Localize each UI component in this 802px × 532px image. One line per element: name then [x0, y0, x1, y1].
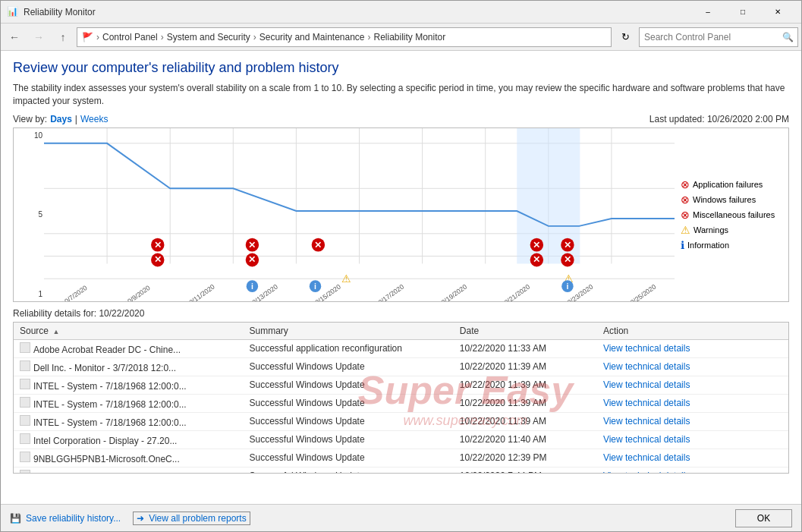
th-source[interactable]: Source ▲	[14, 323, 244, 340]
cell-summary: Successful Windows Update	[244, 394, 454, 412]
cell-summary: Successful Windows Update	[244, 412, 454, 430]
view-problem-reports-link[interactable]: ➜ View all problem reports	[133, 512, 250, 525]
svg-text:i: i	[566, 282, 568, 291]
cell-action[interactable]: View technical details	[597, 394, 788, 412]
save-icon: 💾	[10, 513, 21, 524]
action-link[interactable]: View technical details	[603, 416, 690, 427]
back-button[interactable]: ←	[4, 27, 25, 47]
cell-action[interactable]: View technical details	[597, 376, 788, 394]
breadcrumb-system-security[interactable]: System and Security	[167, 32, 250, 42]
chart-y-axis: 10 5 1	[14, 128, 44, 301]
minimize-button[interactable]: –	[690, 1, 725, 24]
svg-text:10/9/2020: 10/9/2020	[123, 284, 151, 301]
app-failure-icon: ⊗	[681, 178, 690, 190]
table-row[interactable]: INTEL - System - 7/18/1968 12:00:0... Su…	[14, 394, 788, 412]
misc-failure-icon: ⊗	[681, 209, 690, 221]
legend-information: ℹ Information	[681, 239, 782, 251]
refresh-button[interactable]: ↻	[615, 27, 636, 47]
y-label-1: 1	[38, 290, 42, 298]
cell-summary: Successful Windows Update	[244, 357, 454, 376]
weeks-link[interactable]: Weeks	[80, 114, 108, 124]
view-by-controls: View by: Days | Weeks	[13, 114, 108, 124]
breadcrumb: 🚩 › Control Panel › System and Security …	[77, 27, 612, 47]
svg-text:✕: ✕	[533, 254, 540, 264]
close-button[interactable]: ✕	[760, 1, 795, 24]
y-label-10: 10	[34, 131, 42, 140]
svg-text:✕: ✕	[314, 239, 322, 249]
cell-action[interactable]: View technical details	[597, 412, 788, 430]
row-icon	[20, 470, 30, 474]
forward-button[interactable]: →	[28, 27, 49, 47]
svg-text:⚠: ⚠	[341, 273, 351, 285]
cell-action[interactable]: View technical details	[597, 339, 788, 357]
cell-source: INTEL - System - 7/18/1968 12:00:0...	[14, 412, 244, 430]
action-link[interactable]: View technical details	[603, 452, 690, 463]
breadcrumb-security-maintenance[interactable]: Security and Maintenance	[259, 32, 365, 42]
cell-date: 10/22/2020 11:40 AM	[454, 430, 597, 449]
cell-date: 10/22/2020 11:39 AM	[454, 394, 597, 412]
cell-date: 10/22/2020 11:39 AM	[454, 376, 597, 394]
action-link[interactable]: View technical details	[603, 398, 690, 408]
chart-svg: ✕ ✕ ✕ ✕ ✕ ✕ ✕ ✕ ✕	[44, 128, 675, 301]
svg-text:10/7/2020: 10/7/2020	[60, 284, 88, 301]
table-row[interactable]: Feature update to Windows 10, ve... Succ…	[14, 467, 788, 474]
cell-summary: Successful Windows Update	[244, 467, 454, 474]
row-icon	[20, 452, 30, 462]
table-row[interactable]: Adobe Acrobat Reader DC - Chine... Succe…	[14, 339, 788, 357]
address-bar: ← → ↑ 🚩 › Control Panel › System and Sec…	[1, 24, 801, 51]
chart-canvas-area[interactable]: ✕ ✕ ✕ ✕ ✕ ✕ ✕ ✕ ✕	[44, 128, 675, 301]
table-row[interactable]: 9NBLGGH5PNB1-Microsoft.OneC... Successfu…	[14, 449, 788, 467]
cell-action[interactable]: View technical details	[597, 467, 788, 474]
th-action[interactable]: Action	[597, 323, 788, 340]
save-reliability-link[interactable]: 💾 Save reliability history...	[10, 513, 121, 524]
action-link[interactable]: View technical details	[603, 343, 690, 354]
table-row[interactable]: Dell Inc. - Monitor - 3/7/2018 12:0... S…	[14, 357, 788, 376]
header-row: Source ▲ Summary Date Action	[14, 323, 788, 340]
cell-source: INTEL - System - 7/18/1968 12:00:0...	[14, 376, 244, 394]
legend-information-label: Information	[687, 241, 729, 250]
svg-text:i: i	[314, 282, 316, 291]
cell-date: 10/22/2020 12:39 PM	[454, 449, 597, 467]
last-updated: Last updated: 10/26/2020 2:00 PM	[649, 114, 789, 124]
page-description: The stability index assesses your system…	[13, 82, 789, 108]
th-summary[interactable]: Summary	[244, 323, 454, 340]
svg-text:10/11/2020: 10/11/2020	[184, 282, 215, 301]
table-row[interactable]: INTEL - System - 7/18/1968 12:00:0... Su…	[14, 412, 788, 430]
ok-button[interactable]: OK	[735, 509, 792, 527]
svg-text:✕: ✕	[154, 239, 162, 249]
action-link[interactable]: View technical details	[603, 471, 690, 474]
action-link[interactable]: View technical details	[603, 361, 690, 372]
table-row[interactable]: Intel Corporation - Display - 27.20... S…	[14, 430, 788, 449]
cell-source: INTEL - System - 7/18/1968 12:00:0...	[14, 394, 244, 412]
details-header: Reliability details for: 10/22/2020	[13, 308, 789, 319]
cell-action[interactable]: View technical details	[597, 449, 788, 467]
window-controls: – □ ✕	[690, 1, 795, 24]
table-body: Adobe Acrobat Reader DC - Chine... Succe…	[14, 339, 788, 474]
maximize-button[interactable]: □	[725, 1, 760, 24]
days-link[interactable]: Days	[50, 114, 72, 124]
footer-links: 💾 Save reliability history... ➜ View all…	[10, 512, 250, 525]
cell-date: 10/22/2020 11:39 AM	[454, 357, 597, 376]
legend-misc-failures-label: Miscellaneous failures	[693, 210, 775, 219]
content-area: Review your computer's reliability and p…	[1, 51, 801, 504]
window-title: Reliability Monitor	[24, 7, 690, 17]
breadcrumb-control-panel[interactable]: Control Panel	[102, 32, 158, 42]
row-icon	[20, 342, 30, 353]
svg-text:✕: ✕	[533, 239, 540, 249]
details-table-container[interactable]: Super Easy www.supereasy.com Source ▲ Su…	[13, 322, 789, 474]
action-link[interactable]: View technical details	[603, 434, 690, 445]
cell-summary: Successful Windows Update	[244, 430, 454, 449]
up-button[interactable]: ↑	[52, 27, 74, 47]
cell-action[interactable]: View technical details	[597, 430, 788, 449]
table-row[interactable]: INTEL - System - 7/18/1968 12:00:0... Su…	[14, 376, 788, 394]
action-link[interactable]: View technical details	[603, 379, 690, 390]
search-input[interactable]	[640, 28, 778, 46]
cell-action[interactable]: View technical details	[597, 357, 788, 376]
th-date[interactable]: Date	[454, 323, 597, 340]
legend-app-failures-label: Application failures	[693, 180, 763, 189]
cell-date: 10/22/2020 7:44 PM	[454, 467, 597, 474]
legend-warnings: ⚠ Warnings	[681, 224, 782, 236]
legend-app-failures: ⊗ Application failures	[681, 178, 782, 190]
breadcrumb-flag-icon: 🚩	[82, 32, 93, 42]
title-bar: 📊 Reliability Monitor – □ ✕	[1, 1, 801, 24]
